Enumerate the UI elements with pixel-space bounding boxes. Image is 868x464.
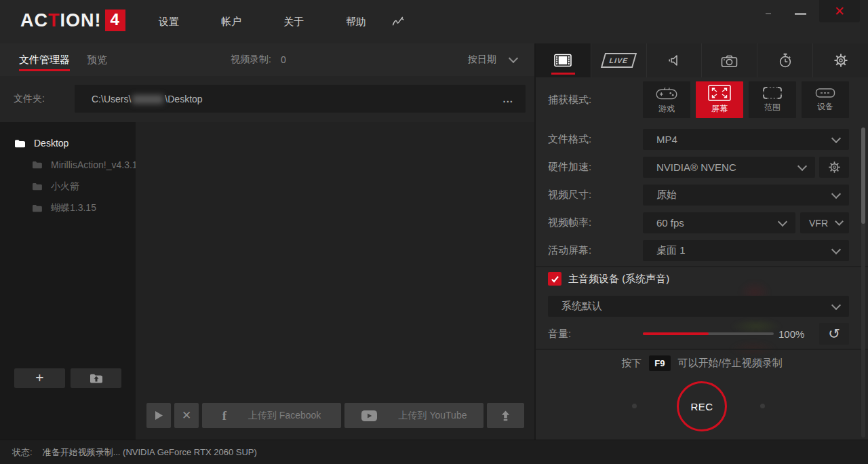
- menu-settings[interactable]: 设置: [158, 16, 180, 28]
- tab-preview[interactable]: 预览: [87, 43, 107, 76]
- tab-settings[interactable]: [812, 43, 868, 77]
- active-screen-label: 活动屏幕:: [548, 240, 591, 261]
- capture-mode-label-text: 游戏: [658, 103, 675, 115]
- delete-button[interactable]: ✕: [174, 403, 199, 428]
- folder-icon: [32, 161, 42, 169]
- chevron-down-icon: [831, 244, 841, 254]
- primary-audio-label: 主音频设备 (系统声音): [568, 272, 669, 286]
- status-label: 状态:: [12, 446, 33, 459]
- capture-mode-screen[interactable]: 屏幕: [696, 81, 743, 118]
- tree-item-desktop[interactable]: Desktop: [0, 132, 136, 154]
- hotkey-key: F9: [649, 355, 670, 371]
- browse-button[interactable]: ...: [502, 93, 513, 104]
- tab-audio-recording[interactable]: [646, 43, 702, 77]
- framerate-mode-select[interactable]: VFR: [800, 212, 849, 233]
- capture-mode-device[interactable]: 设备: [802, 81, 849, 118]
- close-button[interactable]: ✕: [819, 0, 860, 22]
- upload-youtube-button[interactable]: 上传到 YouTube: [344, 403, 484, 428]
- record-button[interactable]: REC: [677, 381, 727, 431]
- chevron-down-icon: [835, 217, 844, 226]
- tree-item[interactable]: 蝴蝶1.3.15: [0, 197, 136, 219]
- volume-slider[interactable]: [643, 332, 774, 335]
- status-value: 准备开始视频录制... (NVIDIA GeForce RTX 2060 SUP…: [43, 446, 257, 459]
- menu-about[interactable]: 关于: [283, 16, 304, 28]
- folder-tree: Desktop MirillisAction!_v4.3.1... 小火箭 蝴蝶…: [0, 122, 136, 440]
- panel-scrollbar[interactable]: [861, 128, 865, 438]
- upload-facebook-button[interactable]: f 上传到 Facebook: [202, 403, 341, 428]
- youtube-icon: [361, 410, 377, 421]
- status-bar: 状态: 准备开始视频录制... (NVIDIA GeForce RTX 2060…: [0, 440, 868, 464]
- folder-path-input[interactable]: C:\Users\\Desktop ...: [75, 85, 526, 113]
- hardware-accel-value: NVIDIA® NVENC: [656, 161, 736, 173]
- export-folder-button[interactable]: [71, 368, 121, 388]
- hardware-accel-settings-button[interactable]: [819, 157, 849, 178]
- active-screen-value: 桌面 1: [656, 244, 686, 257]
- film-strip-icon: [554, 54, 572, 67]
- tree-item[interactable]: MirillisAction!_v4.3.1...: [0, 154, 136, 176]
- framerate-label: 视频帧率:: [548, 212, 591, 233]
- minimize-button[interactable]: [795, 13, 806, 15]
- tab-label: 文件管理器: [19, 54, 70, 66]
- primary-audio-checkbox[interactable]: [548, 272, 561, 286]
- tab-benchmark-timer[interactable]: [757, 43, 812, 77]
- main-menu: 设置 帐户 关于 帮助: [158, 0, 367, 43]
- folder-export-icon: [90, 373, 103, 384]
- audio-device-value: 系统默认: [561, 300, 602, 313]
- speaker-icon: [667, 54, 681, 67]
- sort-by-dropdown[interactable]: 按日期: [468, 43, 517, 76]
- logo-text-accent: T: [48, 10, 60, 31]
- video-size-select[interactable]: 原始: [643, 185, 849, 206]
- recordings-counter: 视频录制: 0: [231, 43, 286, 76]
- camera-icon: [721, 54, 738, 68]
- tree-item[interactable]: 小火箭: [0, 176, 136, 197]
- recording-settings-panel: LIVE 捕获模式: 游戏: [536, 43, 868, 440]
- volume-value: 100%: [778, 323, 812, 345]
- play-button[interactable]: [146, 403, 171, 428]
- scrollbar-thumb[interactable]: [861, 128, 865, 224]
- capture-mode-region[interactable]: 范围: [749, 81, 796, 118]
- tab-live-streaming[interactable]: LIVE: [591, 43, 646, 77]
- chevron-down-icon: [831, 133, 841, 142]
- region-select-icon: [762, 86, 783, 100]
- capture-mode-label-text: 设备: [817, 101, 833, 113]
- chevron-down-icon: [797, 161, 807, 170]
- divider: [536, 349, 868, 350]
- upload-button[interactable]: [487, 403, 524, 428]
- folder-icon: [32, 204, 42, 212]
- framerate-mode-value: VFR: [809, 218, 828, 229]
- file-format-select[interactable]: MP4: [643, 129, 849, 150]
- volume-reset-button[interactable]: ↺: [819, 323, 849, 345]
- file-manager-header: 文件管理器 预览 视频录制: 0 按日期: [0, 43, 534, 76]
- capture-mode-game[interactable]: 游戏: [643, 81, 690, 118]
- logo-text: ION!: [60, 10, 102, 31]
- logo-text: AC: [20, 10, 48, 31]
- upload-facebook-label: 上传到 Facebook: [248, 410, 321, 422]
- tab-screenshots[interactable]: [701, 43, 757, 77]
- file-list-area[interactable]: ✕ f 上传到 Facebook 上传到 YouTube: [136, 122, 534, 440]
- framerate-select[interactable]: 60 fps: [643, 212, 795, 233]
- capture-mode-label: 捕获模式:: [548, 81, 591, 118]
- menu-help[interactable]: 帮助: [345, 16, 367, 28]
- decorative-dot: [632, 404, 637, 408]
- pen-icon[interactable]: [392, 16, 406, 27]
- capture-mode-label-text: 屏幕: [711, 103, 728, 115]
- hotkey-suffix: 可以开始/停止视频录制: [678, 357, 783, 370]
- tree-actions: +: [14, 368, 121, 388]
- hardware-accel-select[interactable]: NVIDIA® NVENC: [643, 157, 815, 178]
- active-screen-select[interactable]: 桌面 1: [643, 240, 849, 261]
- hotkey-prefix: 按下: [621, 357, 642, 370]
- audio-device-select[interactable]: 系统默认: [548, 296, 849, 317]
- tree-item-label: Desktop: [34, 138, 68, 149]
- upload-youtube-label: 上传到 YouTube: [399, 410, 467, 422]
- play-icon: [155, 410, 163, 421]
- add-folder-button[interactable]: +: [14, 368, 65, 388]
- recordings-count: 0: [281, 54, 286, 65]
- pin-indicator: [766, 13, 771, 14]
- tab-file-manager[interactable]: 文件管理器: [19, 43, 70, 76]
- tab-label: 预览: [87, 54, 107, 66]
- folder-icon: [14, 139, 25, 148]
- menu-account[interactable]: 帐户: [220, 16, 242, 28]
- file-format-label: 文件格式:: [548, 129, 591, 150]
- tab-video-recording[interactable]: [536, 43, 591, 77]
- capture-device-icon: [815, 87, 835, 99]
